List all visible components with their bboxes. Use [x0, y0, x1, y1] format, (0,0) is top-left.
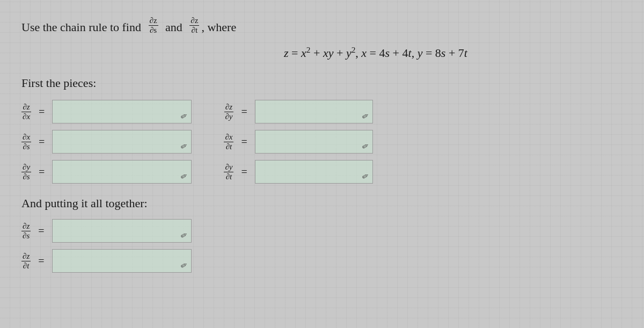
equals-dz-ds: =: [38, 225, 44, 237]
frac-dy-ds: ∂y ∂s: [21, 163, 31, 181]
input-dz-dy[interactable]: ✏: [255, 100, 373, 123]
frac-dy-dt: ∂y ∂t: [224, 163, 233, 181]
input-dx-dt[interactable]: ✏: [255, 130, 373, 154]
input-dy-dt[interactable]: ✏: [255, 160, 373, 184]
equals-dx-ds: =: [39, 136, 45, 148]
pencil-icon-dz-dt: ✏: [179, 259, 189, 271]
input-dz-dx[interactable]: ✏: [52, 100, 192, 123]
frac-dz-dy: ∂z ∂y: [224, 103, 233, 121]
equals-dz-dx: =: [39, 106, 45, 118]
together-grid: ∂z ∂s = ✏ ∂z ∂t = ✏: [21, 219, 623, 273]
piece-dz-ds-row: ∂z ∂s = ✏: [21, 219, 623, 243]
frac-dz-dx: ∂z ∂x: [21, 103, 31, 121]
frac-dz-dt: ∂z ∂t: [21, 252, 31, 270]
main-equation: z = x2 + xy + y2, x = 4s + 4t, y = 8s + …: [129, 45, 623, 60]
header-frac1: ∂z ∂s: [149, 16, 158, 34]
together-label: And putting it all together:: [21, 196, 623, 210]
frac-dx-ds: ∂x ∂s: [21, 133, 31, 151]
equals-dx-dt: =: [241, 136, 247, 148]
piece-dz-dt-row: ∂z ∂t = ✏: [21, 249, 623, 273]
header-frac1-num: ∂z: [149, 16, 158, 26]
equals-dy-dt: =: [241, 166, 247, 178]
piece-dx-ds-row: ∂x ∂s = ✏: [21, 130, 192, 154]
input-dy-ds[interactable]: ✏: [52, 160, 192, 184]
piece-dx-dt-row: ∂x ∂t = ✏: [224, 130, 372, 154]
header-where: , where: [201, 20, 236, 34]
pieces-grid: ∂z ∂x = ✏ ∂z ∂y = ✏ ∂x ∂s = ✏ ∂x ∂t: [21, 100, 373, 184]
pencil-icon-dy-ds: ✏: [179, 170, 190, 182]
input-dz-dt[interactable]: ✏: [52, 249, 192, 273]
header-frac2-den: ∂t: [191, 26, 199, 35]
equals-dz-dy: =: [241, 106, 247, 118]
piece-dz-dy-row: ∂z ∂y = ✏: [224, 100, 372, 123]
first-section-label: First the pieces:: [21, 76, 623, 90]
input-dz-ds[interactable]: ✏: [52, 219, 192, 243]
pencil-icon-dx-ds: ✏: [179, 140, 190, 152]
piece-dz-dx-row: ∂z ∂x = ✏: [21, 100, 192, 123]
header-text-prefix: Use the chain rule to find: [21, 20, 141, 34]
header-frac2: ∂z ∂t: [189, 16, 199, 34]
pencil-icon-dx-dt: ✏: [360, 140, 371, 152]
piece-dy-dt-row: ∂y ∂t = ✏: [224, 160, 372, 184]
equation-text: z = x2 + xy + y2, x = 4s + 4t, y = 8s + …: [284, 46, 467, 60]
header-frac2-num: ∂z: [189, 16, 199, 26]
pencil-icon-dy-dt: ✏: [360, 170, 371, 182]
frac-dz-ds: ∂z ∂s: [21, 222, 31, 240]
pencil-icon-dz-dy: ✏: [360, 110, 371, 122]
header-and: and: [165, 20, 182, 34]
equals-dy-ds: =: [39, 166, 45, 178]
piece-dy-ds-row: ∂y ∂s = ✏: [21, 160, 192, 184]
header: Use the chain rule to find ∂z ∂s and ∂z …: [21, 16, 623, 34]
equals-dz-dt: =: [38, 255, 44, 267]
pencil-icon-dz-dx: ✏: [179, 110, 190, 122]
pencil-icon-dz-ds: ✏: [179, 229, 189, 241]
header-frac1-den: ∂s: [149, 26, 158, 35]
input-dx-ds[interactable]: ✏: [52, 130, 192, 154]
frac-dx-dt: ∂x ∂t: [224, 133, 233, 151]
